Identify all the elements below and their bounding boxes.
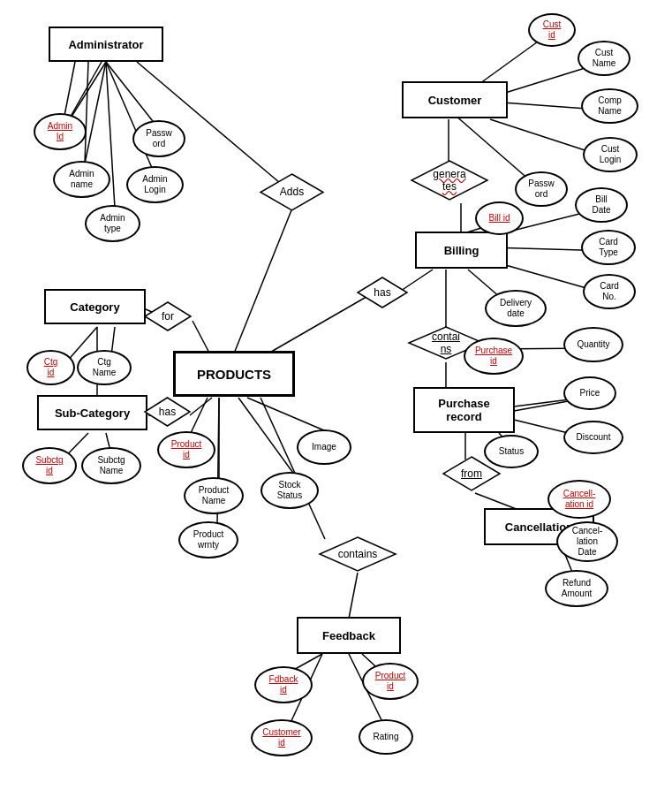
products-entity: PRODUCTS (173, 351, 295, 397)
cust-name-oval: CustName (578, 41, 630, 76)
discount-oval: Discount (563, 421, 623, 454)
cust-login-oval: CustLogin (583, 137, 638, 172)
cancellation-date-oval: Cancel-lationDate (556, 521, 618, 562)
svg-line-45 (247, 398, 330, 433)
svg-line-20 (260, 294, 371, 358)
bill-id-oval: Bill id (475, 201, 524, 235)
er-diagram: Administrator AdminId Adminname Admintyp… (0, 0, 672, 790)
delivery-date-oval: Deliverydate (485, 290, 547, 327)
product-name-oval: ProductName (184, 477, 244, 514)
sub-category-entity: Sub-Category (37, 395, 147, 430)
refund-amount-oval: RefundAmount (545, 570, 608, 607)
contains-feedback-diamond: contains (318, 536, 397, 573)
admin-type-oval: Admintype (85, 205, 140, 242)
bill-date-oval: BillDate (575, 187, 628, 223)
ctg-id-oval: Ctgid (26, 350, 75, 385)
purchase-id-oval: Purchaseid (464, 338, 524, 375)
subctg-name-oval: SubctgName (81, 447, 141, 484)
from-diamond: from (442, 455, 502, 492)
customer-entity: Customer (402, 81, 508, 118)
card-no-oval: CardNo. (583, 274, 636, 309)
has-sub-diamond: has (143, 396, 192, 428)
rating-oval: Rating (359, 719, 413, 755)
image-oval: Image (297, 429, 351, 465)
svg-line-43 (191, 398, 208, 433)
product-wrnty-oval: Productwrnty (178, 521, 238, 558)
price-oval: Price (563, 376, 616, 410)
svg-line-55 (85, 62, 88, 163)
svg-line-6 (234, 210, 291, 353)
ctg-name-oval: CtgName (77, 350, 132, 385)
category-entity: Category (44, 289, 146, 324)
adds-diamond: Adds (259, 172, 325, 212)
customer-id-fb-oval: Customerid (251, 719, 313, 756)
cancellation-id-oval: Cancell-ation id (547, 480, 611, 519)
svg-line-48 (260, 398, 325, 539)
stock-status-oval: StockStatus (260, 472, 319, 509)
passw-ord-oval: Password (132, 120, 185, 157)
comp-name-oval: CompName (581, 88, 638, 124)
feedback-entity: Feedback (297, 617, 401, 654)
administrator-entity: Administrator (49, 27, 163, 62)
svg-line-1 (85, 62, 106, 163)
svg-line-46 (238, 398, 295, 475)
subctg-id-oval: Subctgid (22, 447, 77, 484)
product-id-oval: Productid (157, 431, 215, 468)
cust-id-oval: Custid (528, 13, 576, 47)
has-billing-diamond: has (356, 276, 409, 309)
admin-name-oval: Adminname (53, 161, 110, 198)
card-type-oval: CardType (581, 230, 636, 265)
admin-login-oval: AdminLogin (126, 166, 184, 203)
generates-diamond: generates (410, 159, 489, 201)
for-diamond: for (143, 300, 193, 332)
billing-entity: Billing (415, 232, 508, 269)
svg-line-39 (190, 398, 212, 415)
fdback-id-oval: Fdbackid (254, 666, 313, 703)
product-id-fb-oval: Productid (362, 663, 419, 700)
purchase-record-entity: Purchaserecord (413, 387, 515, 433)
admin-id-oval: AdminId (34, 113, 87, 150)
passw-cust-oval: Password (515, 171, 568, 207)
quantity-oval: Quantity (563, 327, 623, 362)
svg-line-49 (349, 573, 358, 619)
